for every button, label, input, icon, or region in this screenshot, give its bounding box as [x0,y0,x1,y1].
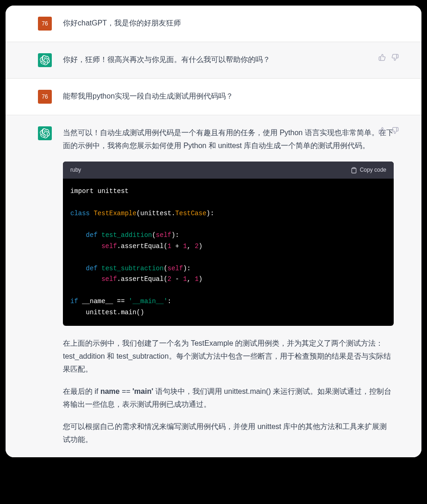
message-text: 当然可以！自动生成测试用例代码是一个有趣且有用的任务，使用 Python 语言实… [63,126,394,152]
user-avatar: 76 [38,17,52,31]
code-header: ruby Copy code [63,162,394,179]
chat-window: 76 你好chatGPT，我是你的好朋友狂师 你好，狂师！很高兴再次与你见面。有… [6,6,421,457]
message-text: 您可以根据自己的需求和情况来编写测试用例代码，并使用 unittest 库中的其… [63,420,394,446]
message-text: 你好，狂师！很高兴再次与你见面。有什么我可以帮助你的吗？ [63,53,394,66]
clipboard-icon [351,167,357,174]
user-avatar: 76 [38,90,52,104]
copy-code-label: Copy code [360,165,386,175]
copy-code-button[interactable]: Copy code [351,165,386,175]
thumbs-down-button[interactable] [391,53,399,62]
code-content: import unittest class TestExample(unitte… [63,179,394,326]
assistant-turn: 当然可以！自动生成测试用例代码是一个有趣且有用的任务，使用 Python 语言实… [6,115,421,457]
assistant-turn: 你好，狂师！很高兴再次与你见面。有什么我可以帮助你的吗？ [6,42,421,79]
thumbs-up-icon [378,54,386,61]
thumbs-down-button[interactable] [391,126,399,135]
svg-rect-0 [353,168,355,168]
user-turn: 76 能帮我用python实现一段自动生成测试用例代码吗？ [6,79,421,115]
feedback-buttons [378,53,399,62]
message-content: 能帮我用python实现一段自动生成测试用例代码吗？ [63,90,394,104]
message-content: 你好，狂师！很高兴再次与你见面。有什么我可以帮助你的吗？ [63,53,394,67]
message-text: 在最后的 if name == 'main' 语句块中，我们调用 unittes… [63,385,394,411]
thumbs-up-button[interactable] [378,53,386,62]
assistant-avatar [38,126,52,140]
thumbs-down-icon [391,127,399,134]
openai-icon [40,128,50,138]
openai-icon [40,55,50,65]
feedback-buttons [378,126,399,135]
message-content: 当然可以！自动生成测试用例代码是一个有趣且有用的任务，使用 Python 语言实… [63,126,394,446]
user-turn: 76 你好chatGPT，我是你的好朋友狂师 [6,6,421,42]
message-text: 你好chatGPT，我是你的好朋友狂师 [63,17,394,30]
assistant-avatar [38,53,52,67]
code-language-label: ruby [70,165,81,175]
thumbs-down-icon [391,54,399,61]
thumbs-up-button[interactable] [378,126,386,135]
message-text: 在上面的示例中，我们创建了一个名为 TestExample 的测试用例类，并为其… [63,337,394,376]
thumbs-up-icon [378,127,386,134]
code-block: ruby Copy code import unittest class Tes… [63,162,394,326]
message-text: 能帮我用python实现一段自动生成测试用例代码吗？ [63,90,394,103]
message-content: 你好chatGPT，我是你的好朋友狂师 [63,17,394,31]
